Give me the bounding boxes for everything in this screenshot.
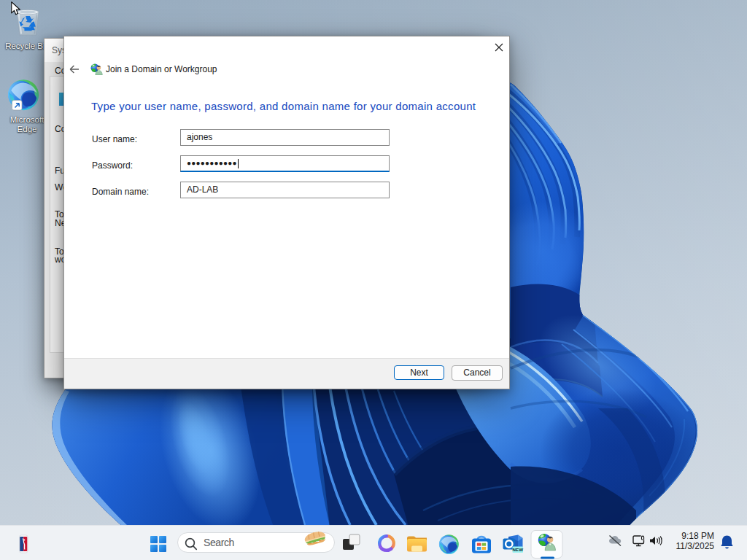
svg-text:NEW: NEW	[513, 547, 524, 552]
